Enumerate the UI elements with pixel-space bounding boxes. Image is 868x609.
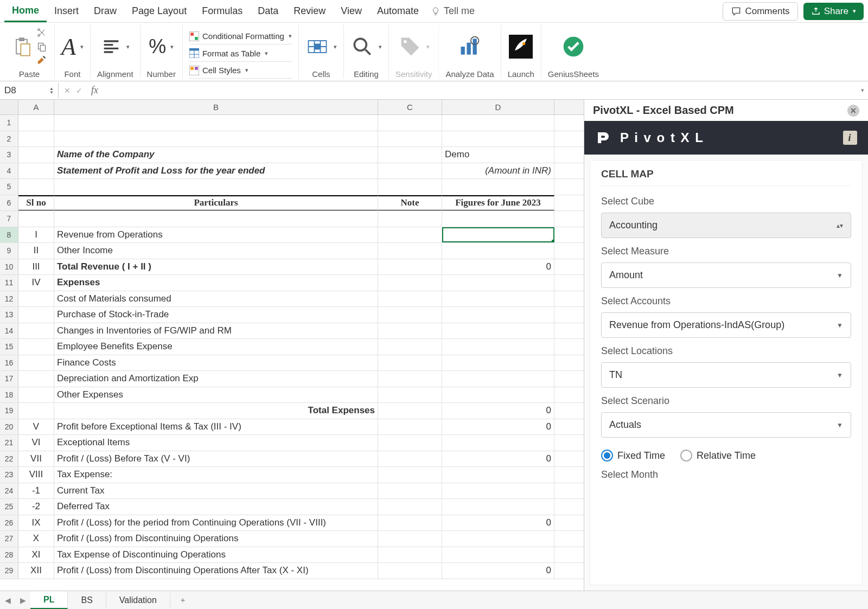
sheet-tab-bs[interactable]: BS [68,592,106,608]
cell[interactable] [54,211,378,227]
cell[interactable] [378,259,442,275]
tab-page-layout[interactable]: Page Layout [124,1,194,21]
cell[interactable] [442,211,554,227]
confirm-icon[interactable]: ✓ [76,86,82,95]
cell[interactable]: VII [18,451,54,467]
cell[interactable]: Expenses [54,275,378,291]
col-header-b[interactable]: B [54,100,378,114]
cell[interactable] [378,163,442,179]
chevron-down-icon[interactable]: ▾ [126,43,130,50]
measure-select[interactable]: Amount ▼ [601,262,851,288]
cell[interactable] [378,403,442,419]
cell[interactable] [442,275,554,291]
row-header[interactable]: 20 [0,419,18,435]
select-all-corner[interactable] [0,100,18,114]
row-header[interactable]: 16 [0,355,18,371]
cell[interactable]: VI [18,435,54,451]
close-pane-button[interactable]: ✕ [847,105,859,117]
cell[interactable]: XII [18,563,54,579]
cell[interactable] [442,371,554,387]
cell[interactable]: Purchase of Stock-in-Trade [54,307,378,323]
cell[interactable] [442,387,554,403]
fixed-time-radio[interactable]: Fixed Time [601,450,665,461]
row-header[interactable]: 3 [0,147,18,163]
cell[interactable]: Revenue from Operations [54,227,378,243]
cell[interactable]: 0 [442,259,554,275]
add-sheet-button[interactable]: ＋ [170,592,195,608]
cell[interactable]: IX [18,515,54,531]
cell[interactable]: Sl no [18,195,54,211]
cell[interactable]: XI [18,547,54,563]
tab-home[interactable]: Home [4,1,47,22]
row-header[interactable]: 24 [0,483,18,499]
cell[interactable] [18,291,54,307]
cell[interactable]: Changes in Inventories of FG/WIP and RM [54,323,378,339]
cell[interactable] [18,115,54,131]
cell[interactable] [378,419,442,435]
row-header[interactable]: 10 [0,259,18,275]
cell[interactable]: Current Tax [54,483,378,499]
row-header[interactable]: 26 [0,515,18,531]
cell[interactable] [378,179,442,195]
cell[interactable] [378,451,442,467]
cell[interactable] [378,355,442,371]
cell[interactable]: 0 [442,451,554,467]
cell[interactable] [54,179,378,195]
comments-button[interactable]: Comments [723,2,797,21]
cell-styles-button[interactable]: Cell Styles ▾ [189,63,292,79]
cell[interactable]: Exceptional Items [54,435,378,451]
col-header-a[interactable]: A [18,100,54,114]
cell[interactable] [378,243,442,259]
cell[interactable] [18,211,54,227]
cell[interactable] [18,387,54,403]
cell[interactable]: -2 [18,499,54,515]
scissors-icon[interactable] [36,27,48,39]
tab-automate[interactable]: Automate [369,1,426,21]
row-header[interactable]: 7 [0,211,18,227]
format-as-table-button[interactable]: Format as Table ▾ [189,46,292,62]
launch-icon[interactable] [509,35,533,59]
name-box[interactable]: D8 ▲▼ [0,83,59,98]
cell[interactable]: II [18,243,54,259]
sheet-tab-validation[interactable]: Validation [106,592,170,608]
cell[interactable] [442,179,554,195]
cell[interactable] [378,323,442,339]
analyze-icon[interactable] [458,35,482,59]
scenario-select[interactable]: Actuals ▼ [601,412,851,438]
cell[interactable] [378,307,442,323]
row-header[interactable]: 12 [0,291,18,307]
tab-draw[interactable]: Draw [86,1,124,21]
row-header[interactable]: 27 [0,531,18,547]
fill-handle[interactable] [552,240,554,242]
cell[interactable] [442,435,554,451]
cell[interactable] [378,547,442,563]
row-header[interactable]: 23 [0,467,18,483]
conditional-formatting-button[interactable]: Conditional Formatting ▾ [189,29,292,45]
cell[interactable]: Profit / (Loss) Before Tax (V - VI) [54,451,378,467]
row-header[interactable]: 6 [0,195,18,211]
cell[interactable] [442,323,554,339]
formula-input[interactable] [104,81,857,99]
cell[interactable] [18,403,54,419]
row-header[interactable]: 18 [0,387,18,403]
cell[interactable]: Other Income [54,243,378,259]
cell[interactable] [378,291,442,307]
search-icon[interactable] [350,35,374,59]
cell[interactable] [442,131,554,147]
locations-select[interactable]: TN ▼ [601,362,851,388]
tab-data[interactable]: Data [250,1,286,21]
paste-button[interactable] [11,36,33,57]
cell[interactable]: Total Expenses [54,403,378,419]
cell[interactable] [378,131,442,147]
tab-insert[interactable]: Insert [47,1,86,21]
cell[interactable]: Demo [442,147,554,163]
cell[interactable]: Profit before Exceptional Items & Tax (I… [54,419,378,435]
cell[interactable]: Profit / (Loss) for the period from Cont… [54,515,378,531]
cell[interactable]: 0 [442,403,554,419]
share-button[interactable]: Share ▾ [803,3,864,20]
row-header[interactable]: 17 [0,371,18,387]
cell[interactable] [18,131,54,147]
cell[interactable] [378,467,442,483]
cell[interactable] [18,355,54,371]
row-header[interactable]: 9 [0,243,18,259]
